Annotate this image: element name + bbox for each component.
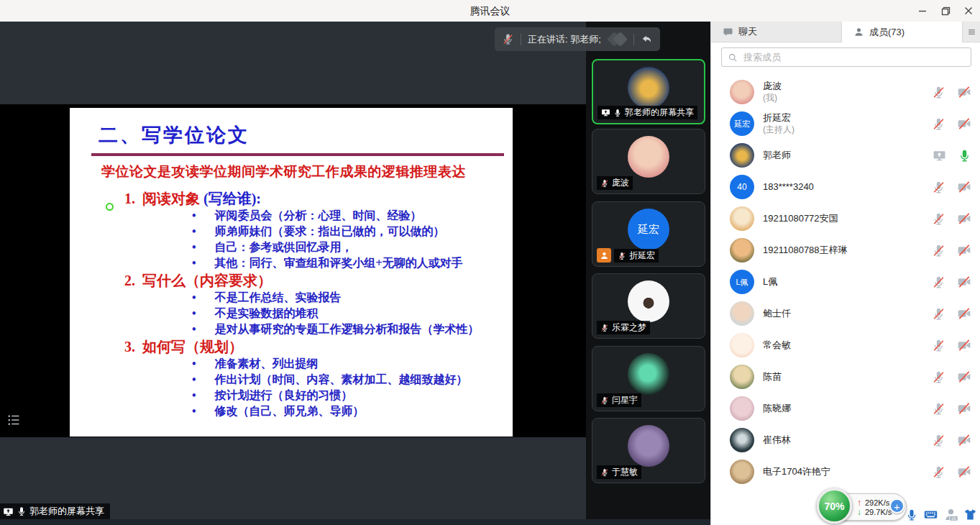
minimize-icon: [918, 6, 927, 15]
input-method-toolbar: 26: [905, 507, 980, 522]
member-name: 电子1704许艳宁: [763, 466, 932, 478]
tab-members[interactable]: 成员(73): [842, 22, 962, 42]
mic-muted-icon[interactable]: [932, 86, 945, 99]
avatar: [730, 333, 754, 357]
keyboard-icon[interactable]: [923, 507, 938, 522]
skin-icon[interactable]: [963, 508, 977, 521]
video-tile-sharing[interactable]: 郭老师的屏幕共享: [592, 59, 705, 124]
avatar: [730, 301, 754, 326]
slide-section-heading: 1.阅读对象 (写给谁):: [124, 189, 504, 208]
laser-pointer-dot: [106, 203, 114, 211]
mic-muted-icon[interactable]: [932, 244, 945, 257]
avatar: [628, 280, 669, 322]
user-count-icon[interactable]: 26: [943, 507, 958, 522]
mic-active-icon[interactable]: [958, 149, 971, 163]
member-row[interactable]: 40 183****3240: [711, 171, 980, 203]
mic-muted-icon[interactable]: [932, 339, 945, 352]
member-row[interactable]: 陈苗: [711, 361, 980, 393]
member-row[interactable]: 庞波 (我): [711, 76, 980, 108]
member-name: L佩: [763, 276, 932, 288]
slide-bullet: 不是工作总结、实验报告: [192, 290, 504, 306]
mic-muted-icon[interactable]: [932, 212, 945, 226]
speaking-label: 正在讲话: 郭老师;: [528, 33, 601, 46]
camera-muted-icon[interactable]: [957, 306, 971, 321]
member-role: (我): [763, 93, 932, 104]
voice-input-icon[interactable]: [905, 508, 918, 521]
camera-muted-icon[interactable]: [957, 180, 971, 194]
member-row[interactable]: 鲍士仟: [711, 298, 980, 329]
avatar: [628, 67, 669, 109]
member-row[interactable]: 常会敏: [711, 329, 980, 361]
avatar: [730, 238, 754, 262]
tab-chat[interactable]: 聊天: [711, 22, 842, 42]
video-tile[interactable]: 闫星宇: [592, 346, 705, 411]
screen-share-icon: [601, 108, 610, 117]
panel-menu-button[interactable]: [962, 22, 980, 42]
member-name: 19211080788王梓琳: [763, 245, 932, 256]
slide-bullet: 其他：同行、审查组和评奖小组+无聊的人或对手: [192, 255, 504, 271]
mic-muted-icon[interactable]: [932, 434, 945, 447]
member-row[interactable]: 延宏 折延宏 (主持人): [711, 108, 980, 140]
member-row[interactable]: 陈晓娜: [711, 393, 980, 424]
video-thumbnail-strip[interactable]: 郭老师的屏幕共享 庞波 延宏 折延宏 乐霖之梦 闫星宇: [586, 22, 710, 525]
member-row[interactable]: 崔伟林: [711, 424, 980, 456]
video-tile[interactable]: 乐霖之梦: [592, 273, 705, 339]
stage-bottom-bar: [0, 519, 710, 525]
camera-muted-icon[interactable]: [957, 243, 971, 257]
shared-screen: 二、写学位论文 学位论文是攻读学位期间学术研究工作成果的逻辑推理表达 1.阅读对…: [0, 104, 586, 437]
slide-bullet: 准备素材、列出提纲: [192, 356, 504, 372]
member-name: 常会敏: [763, 339, 932, 351]
member-row[interactable]: 19211080788王梓琳: [711, 234, 980, 266]
upload-arrow-icon: ↑: [857, 498, 861, 507]
camera-muted-icon[interactable]: [957, 211, 971, 226]
mic-muted-icon[interactable]: [932, 465, 945, 479]
close-button[interactable]: [957, 0, 980, 22]
camera-muted-icon[interactable]: [957, 370, 971, 384]
video-tile[interactable]: 于慧敏: [592, 418, 705, 483]
side-panel: 聊天 成员(73) 庞波 (我) 延宏: [710, 22, 980, 525]
camera-muted-icon[interactable]: [957, 338, 971, 352]
camera-muted-icon[interactable]: [957, 465, 971, 479]
mic-muted-icon[interactable]: [502, 33, 514, 45]
mic-muted-icon[interactable]: [932, 307, 945, 321]
panel-tabs: 聊天 成员(73): [711, 22, 980, 42]
camera-muted-icon[interactable]: [957, 117, 971, 131]
person-icon: [853, 27, 864, 37]
tile-label: 庞波: [597, 176, 633, 190]
avatar: 40: [730, 175, 754, 199]
expand-plus-button[interactable]: +: [889, 498, 905, 513]
camera-muted-icon[interactable]: [957, 275, 971, 289]
mic-muted-icon[interactable]: [932, 275, 945, 289]
percent-badge[interactable]: 70%: [817, 488, 852, 524]
mic-muted-icon[interactable]: [932, 181, 945, 194]
camera-muted-icon[interactable]: [957, 433, 971, 447]
screen-share-icon: [3, 506, 14, 517]
mic-muted-icon[interactable]: [932, 370, 945, 384]
search-box[interactable]: [721, 47, 971, 67]
member-row[interactable]: 郭老师: [711, 140, 980, 171]
restore-button[interactable]: [934, 0, 957, 22]
member-row[interactable]: L佩 L佩: [711, 266, 980, 298]
tile-label: 闫星宇: [597, 393, 641, 407]
slide-section-heading: 2.写什么（内容要求）: [124, 271, 504, 290]
avatar: [730, 80, 754, 104]
camera-muted-icon[interactable]: [957, 85, 971, 99]
mic-muted-icon[interactable]: [932, 117, 945, 131]
member-row[interactable]: 19211080772安国: [711, 203, 980, 234]
tile-label: 折延宏: [614, 249, 659, 262]
camera-muted-icon[interactable]: [957, 401, 971, 416]
avatar: [628, 353, 669, 395]
video-tile[interactable]: 延宏 折延宏: [592, 201, 705, 267]
search-input[interactable]: [742, 51, 965, 63]
reply-arrow-icon[interactable]: [641, 33, 653, 45]
avatar: L佩: [730, 270, 754, 294]
member-list[interactable]: 庞波 (我) 延宏 折延宏 (主持人) 郭老师: [711, 70, 980, 525]
member-row[interactable]: 电子1704许艳宁: [711, 456, 980, 488]
mic-muted-icon: [600, 179, 609, 188]
minimize-button[interactable]: [911, 0, 934, 22]
member-name: 崔伟林: [763, 434, 932, 446]
screen-share-icon[interactable]: [933, 149, 946, 163]
mic-muted-icon[interactable]: [932, 402, 945, 416]
video-tile[interactable]: 庞波: [592, 129, 705, 194]
upload-speed: 292K/s: [865, 498, 889, 507]
